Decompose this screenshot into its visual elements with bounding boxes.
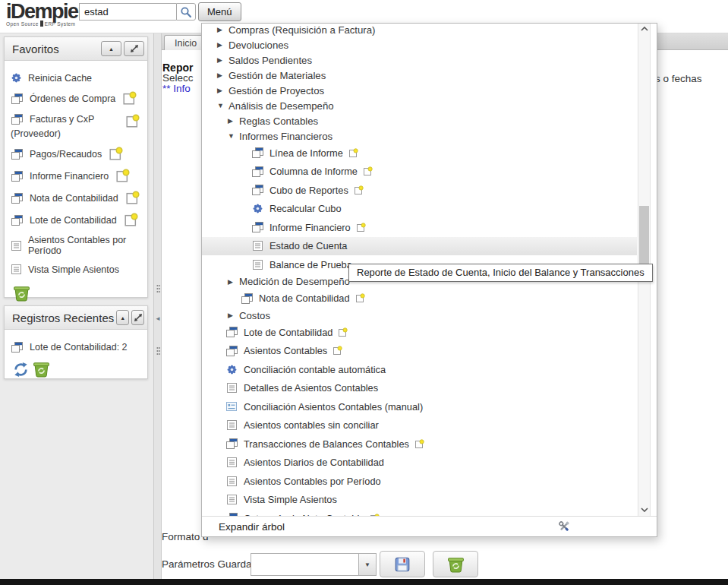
refresh-icon[interactable] bbox=[12, 362, 30, 378]
favorite-item-pagos-recaudos[interactable]: Pagos/Recaudos bbox=[11, 147, 141, 161]
menu-item-asientos-diarios-de-contabilidad[interactable]: Asientos Diarios de Contabilidad bbox=[202, 454, 637, 473]
note-icon[interactable] bbox=[332, 346, 342, 356]
menu-folder-gestión-de-materiales[interactable]: ▶Gestión de Materiales bbox=[202, 68, 637, 83]
saved-parameters-input[interactable] bbox=[251, 553, 358, 576]
menu-item-label: Gestión de Proyectos bbox=[228, 85, 324, 96]
sidebar-splitter[interactable]: ◄ bbox=[153, 33, 162, 579]
menu-item-asientos-contables-sin-conciliar[interactable]: Asientos contables sin conciliar bbox=[202, 416, 637, 435]
report-icon bbox=[251, 240, 264, 251]
favorite-item-lote-de-contabilidad-2[interactable]: Lote de Contabilidad: 2 bbox=[11, 341, 141, 353]
menu-item-nota-de-contabilidad[interactable]: Nota de Contabilidad bbox=[202, 289, 637, 308]
favorite-item-lote-de-contabilidad[interactable]: Lote de Contabilidad bbox=[11, 213, 141, 227]
trash-icon[interactable] bbox=[32, 361, 51, 378]
favorite-item-reinicia-cache[interactable]: Reinicia Cache bbox=[11, 72, 141, 84]
note-icon[interactable] bbox=[355, 293, 365, 303]
menu-folder-gestión-de-proyectos[interactable]: ▶Gestión de Proyectos bbox=[202, 83, 637, 98]
menu-folder-informes-financieros[interactable]: ▼Informes Financieros bbox=[202, 128, 637, 144]
note-icon[interactable] bbox=[115, 169, 130, 183]
menu-item-asientos-contables[interactable]: Asientos Contables bbox=[202, 342, 637, 361]
favorite-item-label: Reinicia Cache bbox=[28, 73, 92, 84]
splitter-grip-icon[interactable] bbox=[156, 284, 160, 294]
search-button[interactable] bbox=[176, 3, 196, 21]
tree-expanded-arrow-icon[interactable]: ▼ bbox=[217, 102, 228, 109]
favorite-item-informe-financiero[interactable]: Informe Financiero bbox=[11, 169, 141, 183]
trash-icon[interactable] bbox=[12, 285, 147, 302]
trash-icon bbox=[446, 556, 465, 573]
note-icon[interactable] bbox=[122, 91, 137, 106]
favorites-expand-button[interactable] bbox=[124, 41, 144, 56]
tree-collapsed-arrow-icon[interactable]: ▶ bbox=[228, 311, 239, 319]
window-icon bbox=[251, 166, 264, 178]
menu-item-detalles-de-asientos-contables[interactable]: Detalles de Asientos Contables bbox=[202, 379, 637, 398]
report-icon bbox=[11, 240, 22, 251]
scroll-down-icon[interactable] bbox=[641, 508, 648, 512]
menu-item-lote-de-contabilidad[interactable]: Lote de Contabilidad bbox=[202, 323, 637, 342]
window-icon bbox=[11, 341, 24, 353]
note-icon[interactable] bbox=[125, 114, 140, 128]
favorite-item-vista-simple-asientos[interactable]: Vista Simple Asientos bbox=[11, 264, 141, 275]
favorite-item-facturas-y-cxp[interactable]: Facturas y CxP(Proveedor) bbox=[11, 113, 141, 139]
delete-parameters-button[interactable] bbox=[433, 551, 478, 577]
favorite-item-órdenes-de-compra[interactable]: Órdenes de Compra bbox=[11, 91, 141, 106]
menu-item-label: Medición de Desempeño bbox=[239, 276, 350, 287]
expand-tree-label[interactable]: Expandir árbol bbox=[219, 521, 285, 533]
menu-folder-costos[interactable]: ▶Costos bbox=[202, 308, 637, 323]
scrollbar-thumb[interactable] bbox=[639, 206, 649, 268]
menu-button[interactable]: Menú bbox=[198, 2, 241, 21]
tree-collapsed-arrow-icon[interactable]: ▶ bbox=[217, 87, 228, 94]
menu-item-categoría-de-nota-contable[interactable]: Categoría de Nota Contable bbox=[202, 509, 637, 516]
tree-collapsed-arrow-icon[interactable]: ▶ bbox=[217, 71, 228, 79]
menu-item-columna-de-informe[interactable]: Columna de Informe bbox=[202, 163, 637, 182]
note-icon[interactable] bbox=[356, 223, 366, 232]
menu-folder-compras-requisición-a-factura[interactable]: ▶Compras (Requisición a Factura) bbox=[202, 24, 637, 37]
tree-expanded-arrow-icon[interactable]: ▼ bbox=[228, 132, 239, 140]
tree-collapsed-arrow-icon[interactable]: ▶ bbox=[228, 278, 239, 286]
menu-item-conciliación-asientos-contables-manual[interactable]: Conciliación Asientos Contables (manual) bbox=[202, 397, 637, 416]
splitter-grip-icon[interactable] bbox=[156, 346, 160, 356]
note-icon[interactable] bbox=[125, 191, 140, 205]
menu-item-conciliación-contable-automática[interactable]: Conciliación contable automática bbox=[202, 360, 637, 379]
combo-dropdown-button[interactable]: ▼ bbox=[358, 553, 377, 576]
favorite-item-label: Vista Simple Asientos bbox=[28, 264, 119, 275]
note-icon[interactable] bbox=[348, 148, 358, 158]
note-icon[interactable] bbox=[338, 327, 348, 337]
note-icon[interactable] bbox=[354, 185, 364, 195]
menu-folder-devoluciones[interactable]: ▶Devoluciones bbox=[202, 37, 637, 52]
scroll-up-icon[interactable] bbox=[641, 27, 648, 31]
logo-subtitle-left: Open Source bbox=[6, 21, 39, 27]
menu-item-recalcular-cubo[interactable]: Recalcular Cubo bbox=[202, 200, 637, 219]
tools-wrench-icon[interactable] bbox=[557, 520, 571, 533]
report-icon bbox=[225, 382, 238, 394]
menu-item-cubo-de-reportes[interactable]: Cubo de Reportes bbox=[202, 181, 637, 200]
menu-item-vista-simple-asientos[interactable]: Vista Simple Asientos bbox=[202, 491, 637, 510]
recent-expand-button[interactable] bbox=[131, 310, 144, 325]
note-icon[interactable] bbox=[363, 166, 373, 176]
note-icon[interactable] bbox=[414, 439, 424, 449]
info-link-fragment[interactable]: ** Info bbox=[162, 83, 191, 94]
menu-item-asientos-contables-por-período[interactable]: Asientos Contables por Período bbox=[202, 472, 637, 491]
favorite-item-nota-de-contabilidad[interactable]: Nota de Contabilidad bbox=[11, 191, 141, 205]
favorites-collapse-button[interactable]: ▲ bbox=[101, 41, 121, 56]
menu-item-label: Vista Simple Asientos bbox=[244, 494, 337, 505]
floppy-save-icon bbox=[394, 556, 411, 573]
save-parameters-button[interactable] bbox=[380, 551, 425, 577]
menu-item-transacciones-de-balances-contables[interactable]: Transacciones de Balances Contables bbox=[202, 435, 637, 454]
tree-collapsed-arrow-icon[interactable]: ▶ bbox=[217, 56, 228, 64]
note-icon[interactable] bbox=[124, 213, 138, 227]
favorite-item-asientos-contables-por-período[interactable]: Asientos Contables por Período bbox=[11, 235, 141, 256]
menu-folder-saldos-pendientes[interactable]: ▶Saldos Pendientes bbox=[202, 52, 637, 68]
note-icon[interactable] bbox=[109, 147, 123, 161]
menu-item-estado-de-cuenta[interactable]: Estado de Cuenta bbox=[202, 237, 637, 256]
search-input[interactable] bbox=[79, 3, 176, 21]
splitter-collapse-icon[interactable]: ◄ bbox=[155, 315, 161, 322]
favorites-list: Reinicia CacheÓrdenes de CompraFacturas … bbox=[5, 61, 147, 275]
tree-collapsed-arrow-icon[interactable]: ▶ bbox=[217, 26, 228, 33]
menu-item-informe-financiero[interactable]: Informe Financiero bbox=[202, 218, 637, 237]
tree-collapsed-arrow-icon[interactable]: ▶ bbox=[217, 41, 228, 49]
tree-collapsed-arrow-icon[interactable]: ▶ bbox=[228, 117, 239, 125]
recent-collapse-button[interactable]: ▲ bbox=[116, 310, 129, 325]
window-icon bbox=[11, 170, 24, 182]
menu-folder-reglas-contables[interactable]: ▶Reglas Contables bbox=[202, 113, 637, 128]
menu-item-línea-de-informe[interactable]: Línea de Informe bbox=[202, 144, 637, 163]
menu-folder-análisis-de-desempeño[interactable]: ▼Análisis de Desempeño bbox=[202, 98, 637, 113]
